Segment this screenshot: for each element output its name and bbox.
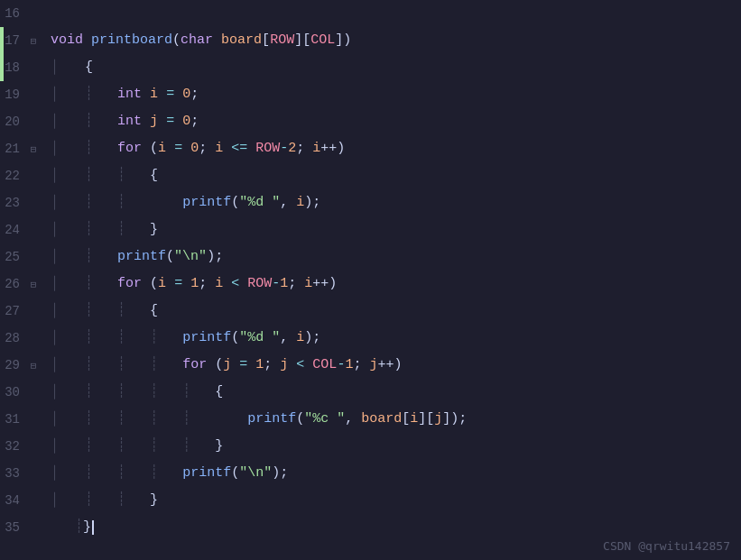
- line-row: 22: [0, 162, 47, 189]
- line-number: 34: [0, 487, 27, 514]
- line-number: 28: [0, 325, 27, 352]
- line-number: 17: [0, 27, 27, 54]
- watermark: CSDN @qrwitu142857: [603, 539, 730, 553]
- line-row: 26 ⊟: [0, 271, 47, 298]
- code-line-33: │ ┊ ┊ ┊ printf("\n");: [51, 460, 741, 487]
- fold-marker[interactable]: ⊟: [27, 279, 40, 290]
- line-row: 23: [0, 189, 47, 216]
- code-area: 16 17 ⊟ 18 19 20: [0, 0, 741, 560]
- line-row: 30: [0, 379, 47, 406]
- code-line-21: │ ┊ for (i = 0; i <= ROW-2; i++): [51, 135, 741, 162]
- line-row: 31: [0, 406, 47, 433]
- line-row: 17 ⊟: [0, 27, 47, 54]
- code-line-22: │ ┊ ┊ {: [51, 162, 741, 189]
- line-row: 25: [0, 243, 47, 271]
- line-number: 24: [0, 216, 27, 243]
- line-number: 16: [0, 0, 27, 27]
- line-number: 18: [0, 54, 27, 81]
- code-line-25: │ ┊ printf("\n");: [51, 243, 741, 271]
- line-number: 21: [0, 135, 27, 162]
- line-number: 31: [0, 406, 27, 433]
- line-number: 23: [0, 189, 27, 216]
- fold-marker[interactable]: ⊟: [27, 35, 40, 47]
- code-line-20: │ ┊ int j = 0;: [51, 108, 741, 135]
- line-number: 25: [0, 243, 27, 271]
- line-row: 28: [0, 325, 47, 352]
- line-row: 16: [0, 0, 47, 27]
- line-gutter: 16 17 ⊟ 18 19 20: [0, 0, 47, 560]
- code-line-27: │ ┊ ┊ {: [51, 298, 741, 325]
- code-editor: 16 17 ⊟ 18 19 20: [0, 0, 741, 560]
- line-number: 19: [0, 81, 27, 108]
- code-line-16: [51, 0, 741, 27]
- code-line-29: │ ┊ ┊ ┊ for (j = 1; j < COL-1; j++): [51, 352, 741, 379]
- line-row: 19: [0, 81, 47, 108]
- code-line-17: void printboard(char board[ROW][COL]): [51, 27, 741, 54]
- fold-marker[interactable]: ⊟: [27, 143, 40, 155]
- line-row: 24: [0, 216, 47, 243]
- code-line-24: │ ┊ ┊ }: [51, 216, 741, 243]
- line-row: 32: [0, 433, 47, 460]
- line-row: 27: [0, 298, 47, 325]
- line-number: 26: [0, 271, 27, 298]
- code-line-19: │ ┊ int i = 0;: [51, 81, 741, 108]
- line-row: 34: [0, 487, 47, 514]
- code-content: void printboard(char board[ROW][COL]) │ …: [47, 0, 741, 560]
- code-line-35: ┊}: [51, 514, 741, 541]
- code-line-26: │ ┊ for (i = 1; i < ROW-1; i++): [51, 271, 741, 298]
- line-row: 33: [0, 460, 47, 487]
- code-line-31: │ ┊ ┊ ┊ ┊ printf("%c ", board[i][j]);: [51, 406, 741, 433]
- line-row: 29 ⊟: [0, 352, 47, 379]
- green-bar: [0, 54, 4, 81]
- fold-marker[interactable]: ⊟: [27, 360, 40, 372]
- code-line-28: │ ┊ ┊ ┊ printf("%d ", i);: [51, 325, 741, 352]
- line-number: 22: [0, 162, 27, 189]
- green-bar: [0, 27, 4, 54]
- code-line-34: │ ┊ ┊ }: [51, 487, 741, 514]
- line-row: 18: [0, 54, 47, 81]
- line-number: 30: [0, 379, 27, 406]
- code-line-32: │ ┊ ┊ ┊ ┊ }: [51, 433, 741, 460]
- line-number: 27: [0, 298, 27, 325]
- line-row: 21 ⊟: [0, 135, 47, 162]
- line-number: 33: [0, 460, 27, 487]
- line-row: 20: [0, 108, 47, 135]
- line-number: 20: [0, 108, 27, 135]
- code-line-30: │ ┊ ┊ ┊ ┊ {: [51, 379, 741, 406]
- line-row: 35: [0, 514, 47, 541]
- line-number: 29: [0, 352, 27, 379]
- code-line-18: │ {: [51, 54, 741, 81]
- line-number: 35: [0, 514, 27, 541]
- line-number: 32: [0, 433, 27, 460]
- code-line-23: │ ┊ ┊ printf("%d ", i);: [51, 189, 741, 216]
